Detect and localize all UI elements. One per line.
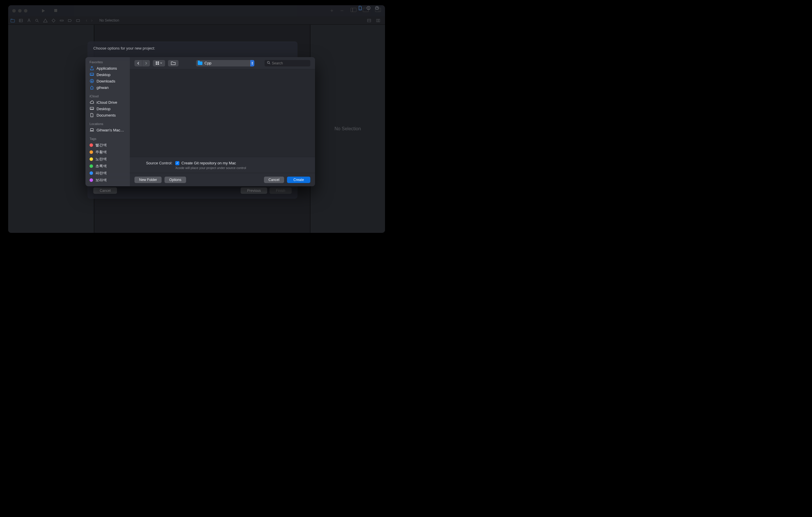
svg-rect-7 bbox=[377, 19, 378, 22]
sidebar-item-applications[interactable]: Applications bbox=[85, 65, 130, 71]
svg-point-3 bbox=[36, 19, 38, 21]
sidebar-item-label: 보라색 bbox=[95, 178, 107, 183]
inspector-panel: No Selection bbox=[310, 25, 385, 233]
options-button[interactable]: Options bbox=[165, 177, 186, 183]
sidebar-item-desktop[interactable]: Desktop bbox=[85, 71, 130, 78]
stop-icon bbox=[54, 9, 57, 12]
review-icon: ↔ bbox=[340, 8, 344, 14]
laptop-icon bbox=[90, 128, 94, 132]
svg-rect-0 bbox=[11, 19, 14, 22]
svg-point-19 bbox=[267, 61, 269, 64]
back-button[interactable] bbox=[135, 60, 142, 66]
wizard-title: Choose options for your new project: bbox=[87, 41, 297, 54]
sidebar-item-label: 주황색 bbox=[95, 150, 107, 155]
tag-dot-icon bbox=[90, 157, 93, 161]
file-inspector-icon bbox=[358, 6, 362, 10]
debug-icon bbox=[59, 19, 64, 23]
sidebar-tag-item[interactable]: 보라색 bbox=[85, 177, 130, 184]
tag-dot-icon bbox=[90, 171, 93, 175]
sidebar-item-label: Applications bbox=[96, 66, 117, 70]
svg-rect-8 bbox=[378, 19, 380, 22]
group-folder-button[interactable] bbox=[168, 60, 178, 66]
wizard-finish-button: Finish bbox=[269, 187, 292, 194]
adjust-icon bbox=[376, 19, 380, 23]
svg-point-2 bbox=[29, 19, 30, 20]
symbol-icon bbox=[27, 19, 31, 23]
folder-icon bbox=[198, 61, 202, 65]
group-button[interactable] bbox=[168, 60, 178, 66]
apps-icon bbox=[90, 66, 94, 70]
home-icon bbox=[90, 85, 94, 90]
library-icon bbox=[351, 8, 356, 12]
tag-dot-icon bbox=[90, 143, 93, 147]
sidebar-item-label: Gihwan's Mac… bbox=[96, 128, 124, 132]
source-control-row: Source Control: ✓ Create Git repository … bbox=[130, 157, 315, 173]
traffic-lights[interactable] bbox=[12, 9, 27, 12]
sidebar-item-label: Documents bbox=[96, 113, 116, 117]
svg-rect-15 bbox=[156, 61, 157, 63]
view-mode[interactable] bbox=[153, 60, 165, 66]
breakpoint-icon bbox=[68, 19, 72, 23]
create-button[interactable]: Create bbox=[287, 177, 310, 183]
titlebar: + ↔ bbox=[8, 5, 385, 16]
sidebar-item-icloud-desktop[interactable]: Desktop bbox=[85, 105, 130, 112]
svg-rect-5 bbox=[77, 19, 80, 21]
svg-rect-17 bbox=[156, 63, 157, 65]
sidebar-item-icloud-drive[interactable]: iCloud Drive bbox=[85, 99, 130, 105]
save-main: Cpp ▲▼ Source Control: ✓ Create Git repo… bbox=[130, 57, 315, 186]
new-folder-button[interactable]: New Folder bbox=[135, 177, 162, 183]
sidebar-item-documents[interactable]: Documents bbox=[85, 112, 130, 118]
report-icon bbox=[76, 19, 80, 23]
svg-rect-14 bbox=[90, 128, 93, 130]
sidebar-tag-item[interactable]: 파란색 bbox=[85, 170, 130, 177]
help-inspector-icon bbox=[375, 6, 379, 10]
sidebar-item-downloads[interactable]: Downloads bbox=[85, 78, 130, 84]
doc-icon bbox=[90, 113, 94, 117]
desktop-icon bbox=[90, 72, 94, 77]
path-popup[interactable]: Cpp ▲▼ bbox=[196, 60, 254, 66]
source-control-hint: Xcode will place your project under sour… bbox=[175, 166, 310, 170]
tests-icon bbox=[51, 19, 56, 23]
save-sidebar: Favorites Applications Desktop Downloads… bbox=[85, 57, 130, 186]
scm-icon bbox=[19, 19, 23, 23]
save-toolbar: Cpp ▲▼ bbox=[130, 57, 315, 69]
sidebar-tag-item[interactable]: 노란색 bbox=[85, 156, 130, 163]
plus-icon: + bbox=[330, 8, 334, 14]
run-icon bbox=[42, 9, 46, 12]
inspector-empty-text: No Selection bbox=[335, 126, 361, 131]
view-grid-button[interactable] bbox=[153, 60, 165, 66]
wizard-cancel-button[interactable]: Cancel bbox=[93, 187, 117, 194]
sidebar-item-label: 파란색 bbox=[95, 171, 107, 176]
git-checkbox-label: Create Git repository on my Mac bbox=[181, 161, 236, 165]
file-browser[interactable] bbox=[130, 69, 315, 157]
folder-icon bbox=[10, 19, 15, 23]
tags-header: Tags bbox=[85, 136, 130, 142]
search-icon bbox=[35, 19, 39, 23]
sidebar-tag-item[interactable]: 주황색 bbox=[85, 149, 130, 156]
navigator-toolbar: ‹ › No Selection bbox=[8, 16, 385, 25]
nav-back-forward[interactable] bbox=[135, 60, 150, 66]
sidebar-tag-item[interactable]: 빨간색 bbox=[85, 142, 130, 149]
sidebar-item-mac[interactable]: Gihwan's Mac… bbox=[85, 127, 130, 133]
sidebar-item-label: 빨간색 bbox=[95, 143, 107, 148]
tag-dot-icon bbox=[90, 164, 93, 168]
cancel-button[interactable]: Cancel bbox=[264, 177, 284, 183]
sidebar-item-label: Desktop bbox=[96, 107, 111, 111]
svg-rect-16 bbox=[157, 61, 159, 63]
sidebar-item-home[interactable]: gihwan bbox=[85, 84, 130, 91]
tag-dot-icon bbox=[90, 150, 93, 154]
sidebar-tag-item[interactable]: 초록색 bbox=[85, 163, 130, 170]
search-input[interactable] bbox=[272, 61, 308, 65]
wizard-previous-button[interactable]: Previous bbox=[241, 187, 267, 194]
git-checkbox[interactable]: ✓ bbox=[175, 161, 179, 165]
sidebar-item-label: iCloud Drive bbox=[96, 100, 117, 104]
svg-rect-4 bbox=[60, 20, 63, 21]
desktop-icon bbox=[90, 107, 94, 111]
svg-rect-11 bbox=[90, 73, 94, 75]
locations-header: Locations bbox=[85, 121, 130, 127]
search-box[interactable] bbox=[265, 60, 310, 66]
save-panel: Favorites Applications Desktop Downloads… bbox=[85, 57, 315, 186]
forward-button bbox=[142, 60, 150, 66]
svg-rect-18 bbox=[157, 63, 159, 65]
sidebar-item-label: Downloads bbox=[96, 79, 115, 83]
